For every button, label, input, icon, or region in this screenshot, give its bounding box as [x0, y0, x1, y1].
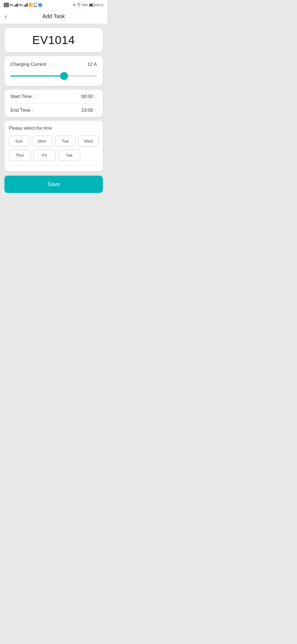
back-button[interactable]: ‹	[5, 13, 7, 20]
day-mon[interactable]: Mon	[32, 136, 52, 146]
battery-icon	[89, 4, 95, 7]
status-bar: HD1HD2 4G 4G 📶 2.7K/s i 👁 ⏰ 65% 10:11	[0, 0, 107, 9]
schedule-card: Please select the time Sun Mon Tue Wed T…	[4, 121, 103, 171]
day-fri[interactable]: Fri	[34, 150, 56, 160]
start-time-value-row: 00:00 ›	[81, 94, 97, 99]
ev-id-text: EV1014	[32, 34, 75, 47]
ev-id-card: EV1014	[4, 28, 103, 52]
start-time-label: Start Time :	[10, 94, 34, 99]
page-title: Add Task	[42, 13, 65, 20]
eye-icon: 👁	[73, 3, 76, 7]
schedule-title: Please select the time	[9, 126, 98, 131]
status-right: 👁 ⏰ 65% 10:11	[73, 3, 103, 7]
days-row-2: Thur Fri Sat	[9, 150, 98, 160]
network-4g: 4G	[10, 4, 13, 7]
alarm-icon: ⏰	[77, 3, 81, 7]
slider-thumb[interactable]	[60, 72, 68, 80]
day-tue[interactable]: Tue	[55, 136, 75, 146]
slider-track	[10, 75, 97, 77]
charging-current-card: Charging Current : 12 A	[4, 56, 103, 86]
bottom-spacer	[4, 197, 103, 208]
clock-time: 10:11	[96, 3, 103, 7]
content-area: EV1014 Charging Current : 12 A Start Tim…	[0, 24, 107, 212]
notification-dot: i	[38, 3, 42, 7]
day-wed[interactable]: Wed	[78, 136, 98, 146]
slider-fill	[10, 75, 64, 77]
header: ‹ Add Task	[0, 9, 107, 24]
battery-percent: 65%	[82, 3, 88, 7]
wifi-icon: 📶	[29, 3, 33, 7]
signal-1	[14, 3, 18, 7]
end-time-label: End Time :	[10, 108, 33, 113]
end-time-value: 23:00	[81, 108, 93, 113]
status-left: HD1HD2 4G 4G 📶 2.7K/s i	[4, 2, 42, 8]
start-time-row[interactable]: Start Time : 00:00 ›	[10, 90, 97, 103]
end-time-row[interactable]: End Time : 23:00 ›	[10, 103, 97, 117]
time-card: Start Time : 00:00 › End Time : 23:00 ›	[4, 90, 103, 117]
slider-container[interactable]	[10, 72, 97, 80]
day-sun[interactable]: Sun	[9, 136, 29, 146]
end-time-chevron: ›	[95, 107, 97, 113]
signal-2	[24, 3, 28, 7]
days-grid: Sun Mon Tue Wed Thur Fri Sat	[9, 136, 98, 160]
end-time-value-row: 23:00 ›	[81, 107, 97, 113]
start-time-value: 00:00	[81, 94, 93, 99]
start-time-chevron: ›	[95, 94, 97, 99]
charging-header: Charging Current : 12 A	[10, 62, 97, 67]
network-speed: 2.7K/s	[34, 2, 37, 8]
network-4g-2: 4G	[19, 4, 23, 7]
hd1-badge: HD1HD2	[4, 3, 9, 7]
save-button[interactable]: Save	[4, 176, 103, 193]
schedule-divider	[9, 165, 98, 166]
charging-label: Charging Current :	[10, 62, 49, 67]
days-row-1: Sun Mon Tue Wed	[9, 136, 98, 146]
charging-value: 12 A	[87, 62, 97, 67]
day-sat[interactable]: Sat	[58, 150, 80, 160]
day-thur[interactable]: Thur	[9, 150, 31, 160]
